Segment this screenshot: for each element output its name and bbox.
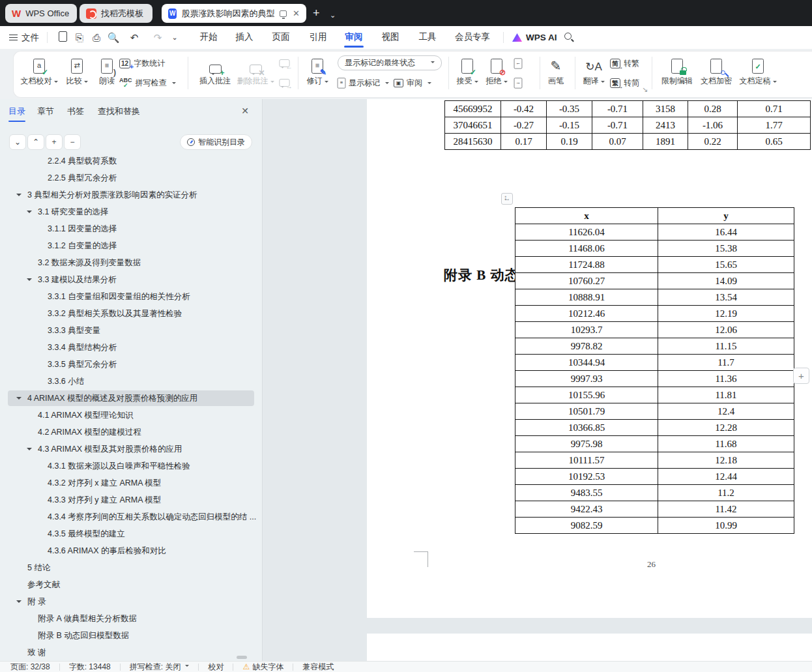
toc-item[interactable]: 3.1.1 因变量的选择 — [0, 220, 262, 237]
document-page-26[interactable]: 45669952-0.42-0.35-0.7131580.280.71 3704… — [367, 99, 812, 618]
encrypt-document-button[interactable]: 文档加密 — [695, 54, 737, 87]
review-panel-button[interactable]: ▣ 审阅 — [394, 75, 431, 91]
compatibility-mode-indicator[interactable]: 兼容模式 — [302, 662, 334, 672]
next-change-button[interactable]: → — [515, 75, 521, 91]
tab-review[interactable]: 审阅 — [336, 26, 372, 49]
toc-item[interactable]: 参考文献 — [0, 576, 262, 593]
new-tab-button[interactable]: + — [313, 5, 320, 21]
toc-item[interactable]: 4.3 ARIMAX 模型及其对股票价格的应用 — [0, 441, 262, 458]
accept-button[interactable]: ✓ 接受 — [451, 54, 484, 87]
tab-membership[interactable]: 会员专享 — [445, 26, 500, 49]
tab-tools[interactable]: 工具 — [409, 26, 446, 49]
appendix-b-xy-table[interactable]: x y 11626.0416.44 11468.0615.38 11724.88… — [515, 207, 794, 534]
reject-button[interactable]: ⊘ 拒绝 — [480, 54, 513, 87]
toc-item[interactable]: 3.3.3 典型变量 — [0, 322, 262, 339]
zoom-out-toc-button[interactable]: − — [64, 134, 81, 150]
toc-item[interactable]: 3.3.2 典型相关系数以及其显著性检验 — [0, 305, 262, 322]
expand-triangle-icon[interactable] — [16, 397, 22, 402]
redo-icon[interactable]: ↷ — [151, 31, 164, 44]
wps-ai-button[interactable]: WPS AI — [512, 26, 557, 49]
toc-item[interactable]: 4.3.1 数据来源以及白噪声和平稳性检验 — [0, 458, 262, 475]
toc-item[interactable]: 3.3 建模以及结果分析 — [0, 271, 262, 288]
spellcheck-status[interactable]: 拼写检查: 关闭 — [130, 662, 190, 672]
document-page-27[interactable] — [367, 634, 812, 661]
undo-icon[interactable]: ↶ — [128, 31, 141, 44]
toc-item[interactable]: 4.3.6 ARIMAX 的事后检验和对比 — [0, 542, 262, 559]
toc-item[interactable]: 4.1 ARIMAX 模型理论知识 — [0, 407, 262, 424]
sidebar-tab-contents[interactable]: 目录 — [8, 106, 25, 117]
print-preview-icon[interactable]: 🔍 — [107, 31, 120, 44]
toc-item[interactable]: 附 录 — [0, 593, 262, 610]
proofread-button[interactable]: a✓ 文档校对 — [18, 54, 60, 87]
insert-comment-button[interactable]: + 插入批注 — [194, 54, 236, 87]
toc-item[interactable]: 4.2 ARIMAX 模型的建模过程 — [0, 424, 262, 441]
sidebar-tab-chapters[interactable]: 章节 — [37, 106, 54, 117]
expand-triangle-icon[interactable] — [16, 194, 22, 199]
spell-check-button[interactable]: ABC✓ 拼写检查 — [119, 75, 176, 91]
missing-font-warning[interactable]: ⚠缺失字体 — [242, 662, 283, 672]
word-count-indicator[interactable]: 字数: 13448 — [69, 662, 111, 672]
export-pdf-icon[interactable]: ⎘ — [73, 31, 86, 44]
toc-item[interactable]: 3.3.1 自变量组和因变量组的相关性分析 — [0, 288, 262, 305]
toc-item[interactable]: 4.3.3 对序列 y 建立 ARMA 模型 — [0, 491, 262, 508]
toc-item[interactable]: 附录 B 动态回归模型数据 — [0, 627, 262, 644]
tab-home[interactable]: 开始 — [190, 26, 227, 49]
close-sidebar-icon[interactable]: ✕ — [241, 106, 249, 116]
track-changes-button[interactable]: ≡✎ 修订 — [297, 54, 338, 87]
translate-button[interactable]: ↻A 翻译 — [574, 54, 613, 87]
toc-item[interactable]: 4.3.4 考察序列间的互相关系数以确定动态回归模型的结 ... — [0, 508, 262, 525]
close-tab-icon[interactable]: ✕ — [293, 8, 300, 18]
toc-item[interactable]: 致 谢 — [0, 644, 262, 661]
proofread-status-button[interactable]: 校对 — [208, 662, 224, 672]
restrict-edit-button[interactable]: 限制编辑 — [656, 54, 698, 87]
collapse-all-button[interactable]: ⌄ — [9, 134, 26, 150]
show-markup-button[interactable]: ≡ 显示标记 — [338, 75, 389, 91]
toc-item[interactable]: 5 结论 — [0, 559, 262, 576]
sidebar-scrollbar-thumb[interactable] — [237, 656, 247, 659]
desktop-display-icon[interactable] — [280, 10, 287, 17]
toc-item[interactable]: 3.3.4 典型结构分析 — [0, 339, 262, 356]
expand-triangle-icon[interactable] — [27, 448, 32, 453]
tab-page[interactable]: 页面 — [263, 26, 299, 49]
toc-item[interactable]: 3.3.5 典型冗余分析 — [0, 356, 262, 373]
brush-button[interactable]: ✎ 画笔 — [536, 54, 575, 87]
quickbar-chevron-icon[interactable]: ⌄ — [168, 31, 181, 44]
toc-item[interactable]: 3.1.2 自变量的选择 — [0, 237, 262, 254]
toc-item[interactable]: 4 ARIMAX 模型的概述及对股票价格预测的应用 — [0, 390, 262, 407]
appendix-a-data-table[interactable]: 45669952-0.42-0.35-0.7131580.280.71 3704… — [444, 100, 811, 150]
previous-change-button[interactable]: ← — [515, 55, 521, 71]
page-indicator[interactable]: 页面: 32/38 — [10, 662, 50, 672]
toc-item[interactable]: 3.3.6 小结 — [0, 373, 262, 390]
sidebar-tab-find-replace[interactable]: 查找和替换 — [98, 106, 140, 117]
previous-comment-button[interactable]: ← — [278, 55, 291, 71]
toc-item[interactable]: 3.1 研究变量的选择 — [0, 203, 262, 220]
finalize-document-button[interactable]: ✓ 文档定稿 — [735, 54, 781, 87]
expand-triangle-icon[interactable] — [27, 211, 32, 216]
tab-docer-templates[interactable]: 找稻壳模板 — [80, 4, 152, 23]
toc-item[interactable]: 2.2.5 典型冗余分析 — [0, 169, 262, 186]
toc-item[interactable]: 3.2 数据来源及得到变量数据 — [0, 254, 262, 271]
sidebar-tab-bookmarks[interactable]: 书签 — [67, 106, 84, 117]
tab-wps-home[interactable]: W WPS Office — [5, 4, 77, 23]
tab-list-chevron-icon[interactable]: ⌄ — [330, 7, 336, 23]
expand-all-button[interactable]: ⌃ — [27, 134, 44, 150]
toc-item[interactable]: 3 典型相关分析对股票涨跌影响因素的实证分析 — [0, 186, 262, 203]
to-simplified-button[interactable]: 繁→ 转简 — [610, 75, 639, 91]
quick-add-button[interactable]: + — [793, 368, 809, 384]
word-count-button[interactable]: 12+ 字数统计 — [119, 55, 165, 71]
toc-item[interactable]: 4.3.2 对序列 x 建立 ARMA 模型 — [0, 475, 262, 491]
search-icon[interactable] — [564, 33, 572, 40]
group-expand-icon[interactable]: ↘ — [642, 85, 648, 94]
tab-view[interactable]: 视图 — [372, 26, 409, 49]
print-icon[interactable]: ⎙ — [90, 31, 103, 44]
toc-item[interactable]: 4.3.5 最终模型的建立 — [0, 525, 262, 542]
tab-insert[interactable]: 插入 — [226, 26, 263, 49]
expand-triangle-icon[interactable] — [16, 600, 22, 606]
toc-item[interactable]: 2.2.4 典型载荷系数 — [0, 153, 262, 169]
toc-item[interactable]: 附录 A 做典型相关分析数据 — [0, 610, 262, 627]
delete-comment-button[interactable]: ✕ 删除批注 — [235, 54, 276, 87]
to-traditional-button[interactable]: 简→ 转繁 — [610, 55, 639, 71]
tab-reference[interactable]: 引用 — [300, 26, 336, 49]
smart-toc-button[interactable]: 智能识别目录 — [180, 134, 252, 150]
save-icon[interactable] — [56, 31, 69, 44]
